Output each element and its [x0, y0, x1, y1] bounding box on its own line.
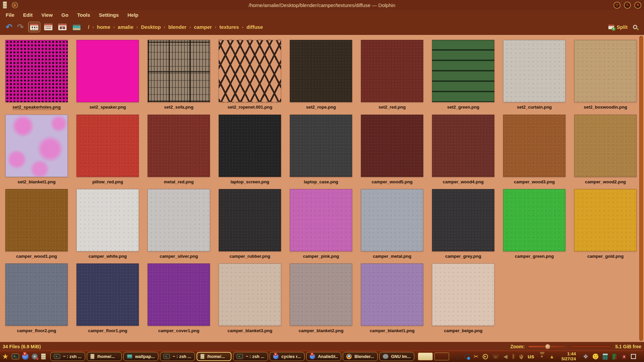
close-button[interactable]: ✕ — [634, 2, 641, 9]
clock-app-icon[interactable] — [464, 354, 469, 359]
menu-file[interactable]: File — [2, 11, 18, 18]
file-item[interactable]: camper_wood1.png — [5, 189, 68, 259]
task-label: cycles r... — [281, 354, 301, 359]
breadcrumb-segment[interactable]: textures — [217, 23, 241, 31]
menu-settings[interactable]: Settings — [95, 11, 122, 18]
file-item[interactable]: camper_wood5.png — [361, 115, 423, 184]
file-item[interactable]: set2_speaker.png — [76, 40, 139, 110]
file-item[interactable]: camper_beige.png — [432, 263, 494, 333]
task-button[interactable]: /home/... — [87, 352, 122, 361]
file-item[interactable]: camper_floor1.png — [76, 263, 139, 333]
vertical-scrollbar[interactable] — [639, 36, 643, 341]
bluetooth-icon[interactable]: ᛒ — [512, 354, 515, 359]
file-item[interactable]: camper_wood4.png — [432, 115, 494, 184]
file-item[interactable]: laptop_case.png — [290, 115, 352, 184]
task-button[interactable]: >_~ : zsh ... — [160, 352, 195, 361]
file-item[interactable]: camper_floor2.png — [5, 263, 68, 333]
tray-expander-icon[interactable]: ▲ — [549, 354, 554, 359]
icons-view-button[interactable] — [28, 22, 40, 32]
breadcrumb-segment[interactable]: camper — [192, 23, 214, 31]
file-item[interactable]: camper_green.png — [503, 189, 566, 259]
file-item[interactable]: set2_rope.png — [290, 40, 352, 110]
menu-help[interactable]: Help — [124, 11, 142, 18]
media-play-icon[interactable]: ▶ — [483, 354, 488, 359]
menu-tools[interactable]: Tools — [73, 11, 94, 18]
zoom-slider-handle[interactable] — [545, 344, 550, 349]
volume-muted-icon[interactable]: ◀ — [503, 354, 507, 359]
breadcrumb-segment[interactable]: / — [86, 23, 92, 31]
file-item[interactable]: camper_silver.png — [148, 189, 210, 259]
split-button[interactable]: Split — [608, 24, 628, 30]
app-launcher-icon[interactable]: ★ — [2, 353, 9, 360]
file-item[interactable]: camper_white.png — [76, 189, 139, 259]
clipboard-scissors-icon[interactable]: ✂ — [474, 354, 478, 359]
breadcrumb-segment[interactable]: amalie — [115, 23, 136, 31]
file-item[interactable]: camper_metal.png — [361, 189, 423, 259]
kdeconnect-phone-icon[interactable]: ☏ — [492, 354, 499, 359]
desktop-1[interactable] — [418, 353, 433, 360]
file-item[interactable]: metal_red.png — [148, 115, 210, 184]
task-button[interactable]: Blender... — [343, 352, 378, 361]
file-item[interactable]: camper_blanket2.png — [290, 263, 352, 333]
music-note-icon[interactable]: ♫ — [455, 354, 460, 360]
emoji-smiley-icon[interactable] — [593, 354, 598, 359]
digital-clock[interactable]: 1:445/27/24 — [561, 352, 576, 361]
dictionary-green-icon[interactable] — [612, 354, 617, 360]
shade-button[interactable]: ▽ — [613, 2, 621, 9]
filemanager-launcher-icon[interactable] — [41, 353, 46, 360]
file-item[interactable]: camper_gold.png — [574, 189, 637, 259]
calculator-icon[interactable] — [603, 354, 608, 360]
file-item[interactable]: set2_blanket1.png — [5, 115, 68, 184]
back-button[interactable]: ↶ — [6, 23, 12, 31]
file-item[interactable]: set2_sofa.png — [148, 40, 210, 110]
forward-button[interactable]: ↷ — [17, 23, 24, 31]
file-item[interactable]: camper_wood3.png — [503, 115, 566, 184]
usb-icon[interactable]: ψ — [520, 354, 523, 359]
details-view-button[interactable] — [42, 22, 54, 32]
show-desktop-icon[interactable] — [631, 354, 636, 359]
breadcrumb-segment[interactable]: home — [95, 23, 113, 31]
browser-launcher-icon[interactable] — [22, 353, 29, 360]
dictionary-red-icon[interactable]: a — [622, 354, 627, 360]
search-icon[interactable] — [633, 25, 637, 29]
task-button[interactable]: >_~ : zsh ... — [233, 352, 268, 361]
file-item[interactable]: pillow_red.png — [76, 115, 139, 184]
folder-root-icon[interactable] — [72, 24, 81, 31]
menu-view[interactable]: View — [38, 11, 56, 18]
wifi-icon[interactable] — [541, 356, 543, 357]
task-button[interactable]: AnalieSt... — [306, 352, 341, 361]
file-item[interactable]: camper_blanket1.png — [361, 263, 423, 333]
breadcrumb-segment[interactable]: diffuse — [244, 23, 265, 31]
breadcrumb-segment[interactable]: Desktop — [139, 23, 163, 31]
media-launcher-icon[interactable] — [32, 353, 38, 360]
file-item[interactable]: camper_rubber.png — [219, 189, 281, 259]
file-item[interactable]: set2_speakerholes.png — [5, 40, 68, 110]
app-grey-icon[interactable]: ❖ — [583, 354, 588, 360]
task-button[interactable]: GNU Im... — [379, 352, 414, 361]
file-item[interactable]: set2_red.png — [361, 40, 423, 110]
file-name: set2_curtain.png — [517, 105, 552, 110]
task-button[interactable]: wallpap... — [123, 352, 158, 361]
breadcrumb-segment[interactable]: blender — [166, 23, 189, 31]
task-button[interactable]: cycles r... — [270, 352, 305, 361]
terminal-launcher-icon[interactable]: >_ — [12, 354, 19, 359]
task-button[interactable]: /home/... — [197, 352, 231, 361]
menu-edit[interactable]: Edit — [19, 11, 36, 18]
file-item[interactable]: set2_green.png — [432, 40, 494, 110]
file-item[interactable]: set2_curtain.png — [503, 40, 566, 110]
minimize-button[interactable]: − — [624, 2, 631, 9]
file-item[interactable]: camper_cover1.png — [148, 263, 210, 333]
task-button[interactable]: >_~ : zsh ... — [50, 352, 85, 361]
file-item[interactable]: camper_grey.png — [432, 189, 494, 259]
file-item[interactable]: camper_pink.png — [290, 189, 352, 259]
desktop-2[interactable] — [434, 353, 449, 360]
file-item[interactable]: set2_boxwoodin.png — [574, 40, 637, 110]
file-item[interactable]: camper_wood2.png — [574, 115, 637, 184]
file-item[interactable]: set2_ropenet.001.png — [219, 40, 281, 110]
compact-view-button[interactable] — [56, 22, 68, 32]
file-item[interactable]: camper_blanket3.png — [219, 263, 281, 333]
keyboard-layout-indicator[interactable]: us — [528, 353, 534, 360]
file-item[interactable]: laptop_screen.png — [219, 115, 281, 184]
menu-go[interactable]: Go — [58, 11, 72, 18]
zoom-slider[interactable] — [529, 346, 566, 347]
